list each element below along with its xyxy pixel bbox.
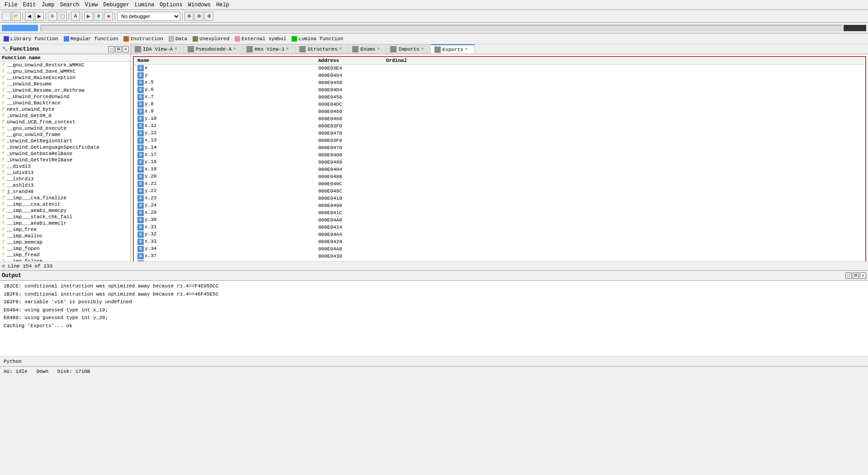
function-item[interactable]: f__imp_fopen	[0, 245, 131, 252]
table-row[interactable]: Dy.18000E0480	[134, 159, 865, 166]
table-row[interactable]: Dx.5000E0450	[134, 79, 865, 86]
tab-enums[interactable]: Enums×	[349, 44, 387, 54]
table-row[interactable]: Dx.19000E0404	[134, 166, 865, 173]
function-item[interactable]: f_Unwind_GetDataRelBase	[0, 150, 131, 157]
tab-close-btn[interactable]: ×	[465, 47, 471, 52]
function-item[interactable]: f__Unwind_ForcedUnwind	[0, 94, 131, 100]
stop-btn[interactable]: ■	[104, 12, 113, 21]
menu-help[interactable]: Help	[213, 1, 232, 9]
function-item[interactable]: f__imp_fclose	[0, 258, 131, 261]
function-item[interactable]: f__imp_free	[0, 226, 131, 233]
table-row[interactable]: Dx.33000E0428	[134, 238, 865, 245]
function-item[interactable]: f__gnu_Unwind_Save_WMMXC	[0, 68, 131, 75]
table-row[interactable]: Dx.11000E03F0	[134, 122, 865, 130]
menu-windows[interactable]: Windows	[185, 1, 213, 9]
forward-btn[interactable]: ▶	[35, 12, 44, 21]
table-row[interactable]: Dx.29000E041C	[134, 209, 865, 216]
menu-edit[interactable]: Edit	[20, 1, 39, 9]
table-row[interactable]: Dx.13000E03F8	[134, 137, 865, 144]
tab-exports[interactable]: Exports×	[431, 44, 475, 54]
tab-close-btn[interactable]: ×	[286, 47, 292, 52]
function-item[interactable]: f__imp_malloc	[0, 233, 131, 239]
function-item[interactable]: f__Unwind_Resume_or_Rethrow	[0, 87, 131, 94]
table-row[interactable]: Dy.24000E0490	[134, 202, 865, 209]
function-item[interactable]: f__Unwind_Backtrace	[0, 100, 131, 106]
functions-list[interactable]: f__gnu_Unwind_Restore_WMMXCf__gnu_Unwind…	[0, 62, 131, 261]
function-item[interactable]: f_Unwind_GetGR_0	[0, 113, 131, 119]
tab-close-btn[interactable]: ×	[339, 47, 344, 52]
content-area[interactable]: Name Address Ordinal Dx000E03E4Dy000E046…	[131, 54, 868, 261]
tab-hex-view-1[interactable]: Hex View-1×	[243, 44, 296, 54]
table-row[interactable]: Dy.14000E0478	[134, 144, 865, 151]
table-row[interactable]: Dy.12000E0470	[134, 130, 865, 137]
dbg-btn1[interactable]: ⚙	[184, 12, 193, 21]
function-item[interactable]: fj_srand48	[0, 188, 131, 195]
copy-btn[interactable]: ⎘	[48, 12, 57, 21]
function-item[interactable]: fnext_unwind_byte	[0, 106, 131, 113]
function-item[interactable]: f__imp___cxa_atexit	[0, 201, 131, 207]
tab-close-btn[interactable]: ×	[175, 47, 180, 52]
function-item[interactable]: f_Unwind_GetLanguageSpecificData	[0, 144, 131, 150]
dbg-btn3[interactable]: ⚙	[204, 12, 213, 21]
output-close-btn[interactable]: ×	[860, 273, 866, 279]
python-input[interactable]	[24, 358, 864, 365]
table-row[interactable]: Dy.30000E04A0	[134, 216, 865, 224]
paste-btn[interactable]: 📋	[58, 12, 67, 21]
table-row[interactable]: Dx.17000E0400	[134, 151, 865, 159]
dbg-btn2[interactable]: ⚙	[194, 12, 203, 21]
function-item[interactable]: funwind_UCB_from_context	[0, 119, 131, 125]
menu-debugger[interactable]: Debugger	[100, 1, 132, 9]
table-row[interactable]: Dy.8000E04DC	[134, 101, 865, 108]
tab-pseudocode-a[interactable]: Pseudocode-A×	[184, 44, 243, 54]
menu-file[interactable]: File	[2, 1, 20, 9]
python-bar[interactable]: Python	[0, 356, 868, 366]
open-btn[interactable]: 📂	[12, 12, 21, 21]
back-btn[interactable]: ◀	[25, 12, 34, 21]
run-btn[interactable]: ▶	[84, 12, 93, 21]
function-item[interactable]: f__imp___stack_chk_fail	[0, 214, 131, 220]
menu-search[interactable]: Search	[57, 1, 82, 9]
table-row[interactable]: Dy.20000E0488	[134, 173, 865, 180]
function-item[interactable]: f__ashldi3	[0, 182, 131, 188]
function-item[interactable]: f__gnu_unwind_execute	[0, 125, 131, 132]
function-item[interactable]: f__divdi3	[0, 163, 131, 169]
tab-close-btn[interactable]: ×	[233, 47, 239, 52]
output-float-btn[interactable]: ⧉	[853, 273, 859, 279]
function-item[interactable]: f__Unwind_Resume	[0, 81, 131, 87]
table-row[interactable]: Dx.21000E040C	[134, 180, 865, 188]
tab-ida-view-a[interactable]: IDA View-A×	[131, 44, 184, 54]
menu-lumina[interactable]: Lumina	[132, 1, 157, 9]
function-item[interactable]: f__udivdi3	[0, 169, 131, 176]
table-row[interactable]: Dx.9000E0460	[134, 108, 865, 115]
table-row[interactable]: Dx.23000E0410	[134, 195, 865, 202]
table-row[interactable]: Dy.22000E048C	[134, 188, 865, 195]
function-item[interactable]: f_Unwind_GetTextRelBase	[0, 157, 131, 163]
function-item[interactable]: f__gnu_Unwind_Restore_WMMXC	[0, 62, 131, 68]
table-row[interactable]: Dy.6000E04D4	[134, 86, 865, 94]
menu-options[interactable]: Options	[157, 1, 185, 9]
function-item[interactable]: f__imp_memcap	[0, 239, 131, 245]
debugger-dropdown[interactable]: No debugger	[117, 12, 180, 21]
table-row[interactable]: Dy.10000E0468	[134, 115, 865, 122]
table-row[interactable]: Dx.37000E0430	[134, 253, 865, 260]
panel-float-btn[interactable]: ⧉	[115, 46, 122, 52]
pause-btn[interactable]: ⏸	[94, 12, 103, 21]
font-btn[interactable]: A	[71, 12, 80, 21]
function-item[interactable]: f__Unwind_RaiseException	[0, 75, 131, 81]
tab-structures[interactable]: Structures×	[296, 44, 349, 54]
table-row[interactable]: Dy000E0464	[134, 72, 865, 79]
table-row[interactable]: Dy.32000E04A4	[134, 231, 865, 238]
panel-close-btn[interactable]: ×	[123, 46, 129, 52]
function-item[interactable]: f__imp___aeabi_memclr	[0, 220, 131, 226]
table-row[interactable]: Dx.7000E0458	[134, 94, 865, 101]
function-item[interactable]: f__imp_fread	[0, 252, 131, 258]
tab-close-btn[interactable]: ×	[421, 47, 427, 52]
table-row[interactable]: Dx.31000E0424	[134, 224, 865, 231]
table-row[interactable]: Dy.34000E04A8	[134, 245, 865, 253]
function-item[interactable]: f__imp___aeabi_memcpy	[0, 207, 131, 214]
function-item[interactable]: f__imp___cxa_finalize	[0, 195, 131, 201]
table-row[interactable]: Dy.38000E04B0	[134, 260, 865, 261]
new-btn[interactable]: 📄	[2, 12, 11, 21]
tab-imports[interactable]: Imports×	[387, 44, 430, 54]
tab-close-btn[interactable]: ×	[377, 47, 382, 52]
